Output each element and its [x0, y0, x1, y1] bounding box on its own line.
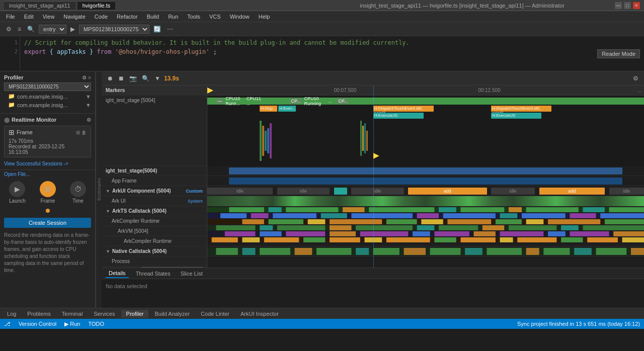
toolbar-settings[interactable]: ⚙ [4, 25, 14, 34]
menu-edit[interactable]: Edit [20, 13, 38, 21]
open-file-link[interactable]: Open File... [0, 169, 95, 179]
svg-rect-19 [443, 213, 496, 218]
menu-view[interactable]: View [39, 13, 59, 21]
detail-tabs: Details Thread States Slice List [102, 268, 644, 279]
tab-arkui-inspector[interactable]: ArkUI Inspector [235, 310, 284, 318]
svg-rect-79 [260, 248, 290, 255]
toolbar-search[interactable]: 🔍 [25, 25, 37, 34]
maximize-button[interactable]: □ [624, 2, 631, 9]
track-canvas[interactable]: 00:07.500 00:12.500 … — CPU10 Runn... CP… [207, 85, 644, 268]
idle-add-track: idle idle idle add idle add idle [207, 186, 644, 196]
idle-bar-2: idle [277, 188, 330, 195]
arkui-track [207, 166, 644, 176]
code-line-1: // Script for compiling build behavior. … [24, 38, 593, 47]
view-sessions-link[interactable]: View Successful Sessions -> [0, 159, 95, 167]
toolbar-run[interactable]: ▶ [68, 25, 77, 34]
toolbar-sort[interactable]: ≡ [16, 25, 23, 34]
svg-rect-88 [526, 248, 539, 255]
tab-log[interactable]: Log [2, 310, 21, 318]
profiler-filter-btn[interactable]: ▼ [153, 74, 162, 82]
svg-rect-59 [570, 231, 609, 236]
svg-rect-37 [216, 225, 255, 230]
device-select[interactable]: entry [39, 25, 66, 34]
menu-refactor[interactable]: Refactor [113, 13, 142, 21]
svg-rect-11 [609, 207, 644, 212]
menu-code[interactable]: Code [91, 13, 112, 21]
tab-problems[interactable]: Problems [22, 310, 55, 318]
slice-list-tab[interactable]: Slice List [178, 270, 206, 278]
line-number-2: 2 [0, 47, 18, 56]
svg-rect-33 [526, 219, 544, 224]
ruler-mark-1: 00:07.500 [334, 85, 357, 95]
svg-rect-51 [286, 231, 325, 236]
vertical-bars [260, 121, 272, 161]
profiler-title: Profiler ⚙ ≡ [4, 73, 91, 81]
profiler-screenshot-btn[interactable]: 📷 [128, 74, 138, 82]
tab-code-linter[interactable]: Code Linter [196, 310, 234, 318]
svg-rect-75 [622, 237, 644, 242]
details-tab[interactable]: Details [106, 269, 129, 278]
tab-terminal[interactable]: Terminal [57, 310, 88, 318]
profiler-settings-btn[interactable]: ⚙ [631, 74, 640, 82]
menu-file[interactable]: File [2, 13, 19, 21]
frame-time: 17s 701ms [9, 138, 87, 144]
menu-run[interactable]: Run [164, 13, 182, 21]
menu-vcs[interactable]: VCS [205, 13, 225, 21]
svg-rect-5 [369, 207, 434, 212]
launch-button[interactable]: ▶ Launch [9, 181, 26, 204]
svg-rect-49 [225, 231, 256, 236]
sidebar-device-select[interactable]: MPS01238110000275 [4, 82, 91, 91]
profiler-record-btn[interactable]: ⏺ [106, 74, 115, 82]
reader-mode-button[interactable]: Reader Mode [597, 49, 640, 58]
svg-rect-44 [482, 225, 504, 230]
todo-label[interactable]: TODO [88, 321, 104, 327]
run-label[interactable]: ▶ Run [64, 321, 80, 327]
svg-rect-78 [242, 248, 255, 255]
detail-panel: Details Thread States Slice List No data… [102, 268, 644, 308]
profiler-search-btn[interactable]: 🔍 [140, 74, 151, 82]
editor-content[interactable]: // Script for compiling build behavior. … [20, 36, 597, 71]
sidebar-app-2[interactable]: 📁 com.example.insig... ▼ [4, 101, 91, 109]
toolbar-more[interactable]: ⋯ [165, 25, 175, 34]
svg-rect-89 [543, 248, 570, 255]
arkui-bar-2 [229, 178, 622, 185]
execute-events: H:ExecuteJS [373, 113, 424, 119]
tab-bar: insight_test_stage_api11 hvigorfile.ts [4, 1, 309, 10]
svg-rect-29 [386, 219, 417, 224]
thread-states-tab[interactable]: Thread States [133, 270, 174, 278]
svg-rect-80 [295, 248, 312, 255]
menu-navigate[interactable]: Navigate [59, 13, 89, 21]
menu-window[interactable]: Window [226, 13, 254, 21]
svg-rect-31 [447, 219, 491, 224]
create-session-button[interactable]: Create Session [4, 218, 91, 228]
frame-button[interactable]: ⊞ Frame [40, 181, 56, 204]
svg-rect-34 [548, 219, 600, 224]
menu-tools[interactable]: Tools [183, 13, 204, 21]
svg-rect-22 [570, 213, 596, 218]
tab-profiler[interactable]: Profiler [121, 310, 149, 318]
toolbar-refresh[interactable]: 🔄 [151, 25, 163, 34]
version-control-label[interactable]: Version Control [19, 321, 56, 327]
tab-project[interactable]: insight_test_stage_api11 [4, 1, 75, 10]
menu-build[interactable]: Build [143, 13, 163, 21]
git-icon: ⎇ [4, 321, 11, 327]
close-button[interactable]: ✕ [633, 2, 640, 9]
svg-rect-56 [473, 231, 495, 236]
frame-card: ⊞ Frame ⊞ 🗑 17s 701ms Recorded at: 2023-… [4, 126, 91, 157]
svg-rect-39 [277, 225, 325, 230]
tab-services[interactable]: Services [89, 310, 120, 318]
minimize-button[interactable]: — [615, 2, 622, 9]
profiler-stop-btn[interactable]: ⏹ [117, 74, 126, 82]
ruler-mark-2: 00:12.500 [478, 85, 501, 95]
svg-rect-10 [583, 207, 604, 212]
project-select[interactable]: MPS01238110000275 [79, 25, 149, 34]
menu-help[interactable]: Help [255, 13, 274, 21]
svg-rect-47 [583, 225, 644, 230]
tab-hvigorfile[interactable]: hvigorfile.ts [77, 1, 116, 10]
tab-build-analyzer[interactable]: Build Analyzer [149, 310, 195, 318]
sidebar-app-1[interactable]: 📁 com.example.insig... ▼ [4, 92, 91, 101]
add-bar-1: add [408, 188, 487, 195]
app-frame-track: — CPU10 Runn... CPU11 ... CP... CPU10 Ru… [207, 96, 644, 166]
time-button[interactable]: ⏱ Time [70, 181, 86, 204]
svg-rect-15 [273, 213, 316, 218]
